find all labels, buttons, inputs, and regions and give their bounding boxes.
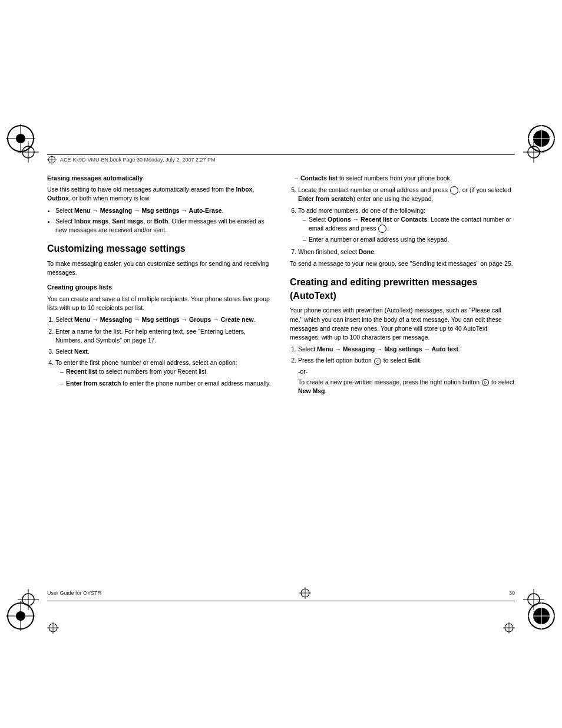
section4-title: Creating and editing prewritten messages… (290, 275, 515, 302)
right-dash-contacts: Contacts list to select numbers from you… (295, 174, 515, 183)
step4: To enter the first phone number or email… (55, 358, 272, 388)
step8: Select Menu → Messaging → Msg settings →… (298, 345, 515, 354)
section1-bullet2: Select Inbox msgs, Sent msgs, or Both. O… (55, 217, 272, 235)
section1-title: Erasing messages automatically (47, 174, 272, 183)
footer-right-text: 30 (509, 590, 515, 596)
footer-crosshair (299, 587, 311, 599)
bottom-marks (47, 622, 515, 634)
bottom-crosshair-left (47, 622, 59, 634)
step6: To add more numbers, do one of the follo… (298, 206, 515, 245)
footer-bar: User Guide for OYSTR 30 (47, 587, 515, 601)
step6-option2: Enter a number or email address using th… (303, 235, 515, 244)
or-text: -or- (298, 367, 515, 376)
footer-left-text: User Guide for OYSTR (47, 590, 101, 596)
step7: When finished, select Done. (298, 248, 515, 256)
step6-option1: Select Options → Recent list or Contacts… (303, 215, 515, 233)
content-area: Erasing messages automatically Use this … (47, 174, 515, 592)
section3-body: You can create and save a list of multip… (47, 295, 272, 312)
steps-left: Select Menu → Messaging → Msg settings →… (55, 315, 272, 388)
step1: Select Menu → Messaging → Msg settings →… (55, 315, 272, 324)
section1-body: Use this setting to have old messages au… (47, 185, 272, 203)
step6-options: Select Options → Recent list or Contacts… (303, 215, 515, 245)
right-column: Contacts list to select numbers from you… (290, 174, 515, 592)
header-text: ACE-Kx9D-VMU-EN.book Page 30 Monday, Jul… (60, 157, 215, 163)
steps-autotext: Select Menu → Messaging → Msg settings →… (298, 345, 515, 396)
step7-note: To send a message to your new group, see… (290, 259, 515, 268)
crosshair-bl (18, 589, 39, 610)
page: ACE-Kx9D-VMU-EN.book Page 30 Monday, Jul… (0, 0, 562, 728)
step4-options: Recent list to select numbers from your … (60, 367, 272, 387)
left-column: Erasing messages automatically Use this … (47, 174, 272, 592)
step9: Press the left option button to select E… (298, 356, 515, 396)
crosshair-br (523, 589, 544, 610)
bottom-crosshair-right (503, 622, 515, 634)
step3: Select Next. (55, 347, 272, 356)
step5: Locate the contact number or email addre… (298, 186, 515, 203)
step2: Enter a name for the list. For help ente… (55, 327, 272, 345)
right-dash-list-top: Contacts list to select numbers from you… (295, 174, 515, 183)
step4-option1: Recent list to select numbers from your … (60, 367, 272, 376)
crosshair-tr (523, 141, 544, 163)
section1-bullets: Select Menu → Messaging → Msg settings →… (55, 206, 272, 235)
step4-option2: Enter from scratch to enter the phone nu… (60, 379, 272, 388)
section4-body: Your phone comes with prewritten (AutoTe… (290, 306, 515, 342)
section2-body: To make messaging easier, you can custom… (47, 259, 272, 277)
section3-title: Creating groups lists (47, 283, 272, 292)
section1-bullet1: Select Menu → Messaging → Msg settings →… (55, 206, 272, 215)
crosshair-tl (18, 141, 39, 163)
section2-title: Customizing message settings (47, 242, 272, 255)
header-bar: ACE-Kx9D-VMU-EN.book Page 30 Monday, Jul… (47, 154, 515, 164)
steps-right: Locate the contact number or email addre… (298, 186, 515, 256)
